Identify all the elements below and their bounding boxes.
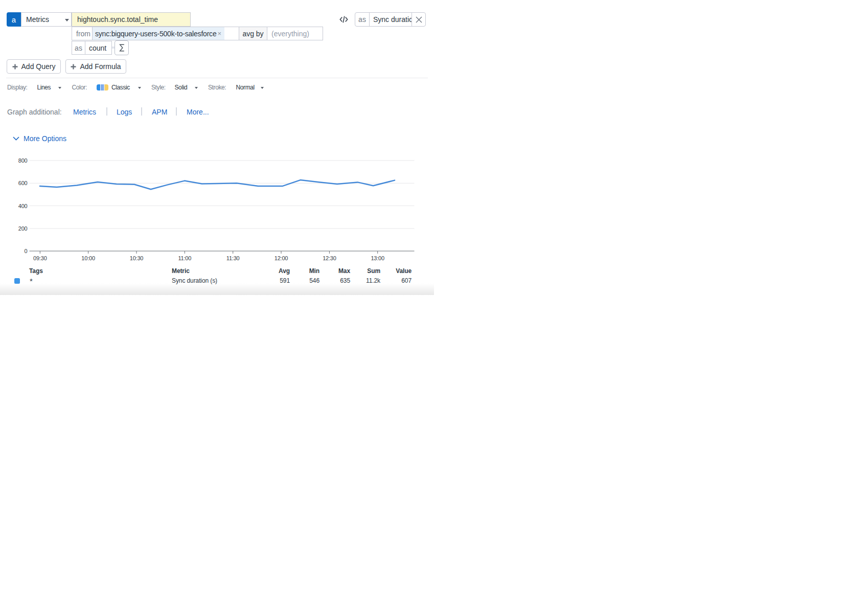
svg-text:12:30: 12:30 xyxy=(323,255,336,261)
svg-text:11:00: 11:00 xyxy=(178,255,191,261)
svg-text:10:00: 10:00 xyxy=(81,255,95,261)
svg-text:200: 200 xyxy=(18,225,28,232)
svg-text:12:00: 12:00 xyxy=(275,255,288,261)
svg-text:0: 0 xyxy=(25,248,28,254)
svg-text:600: 600 xyxy=(18,180,28,186)
svg-text:09:30: 09:30 xyxy=(33,255,47,261)
svg-text:11:30: 11:30 xyxy=(226,255,240,261)
svg-text:10:30: 10:30 xyxy=(130,255,144,261)
svg-text:400: 400 xyxy=(18,203,28,209)
svg-text:800: 800 xyxy=(18,157,28,164)
svg-text:13:00: 13:00 xyxy=(371,255,384,261)
